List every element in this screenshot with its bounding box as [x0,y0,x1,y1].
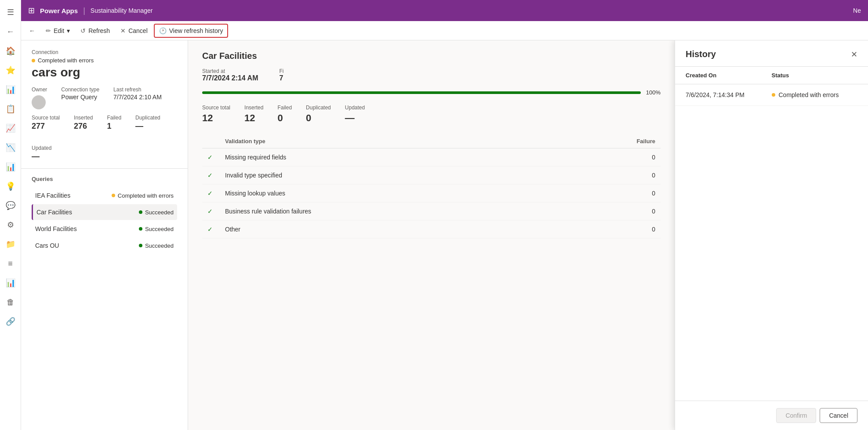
failed-item: Failed 1 [107,115,121,131]
meta-row: Owner Connection type Power Query Last r… [32,87,177,109]
sidebar-menu-icon[interactable]: ☰ [2,4,19,21]
view-refresh-history-button[interactable]: 🕐 View refresh history [154,24,229,38]
left-panel: Connection Completed with errors cars or… [21,40,188,430]
validation-type-cell: Other [220,220,558,238]
edit-chevron-icon: ▾ [67,27,70,34]
stats-row: Source total 277 Inserted 276 Failed 1 D… [32,115,177,161]
history-row: 7/6/2024, 7:14:34 PM Completed with erro… [675,84,868,106]
last-refresh-label: Last refresh [113,87,162,93]
history-status-dot [772,93,775,97]
connection-header: Connection Completed with errors cars or… [21,40,188,169]
finished-item: Fi 7 [279,68,283,82]
module-name: Sustainability Manager [91,7,153,14]
sidebar-msg-icon[interactable]: 💬 [2,197,19,214]
sidebar-chart-icon[interactable]: 📊 [2,81,19,98]
history-header: History ✕ [675,40,868,67]
inserted-value: 276 [74,122,93,131]
connection-label: Connection [32,49,177,55]
history-table-header: Created On Status [675,67,868,84]
duplicated-label: Duplicated [135,115,160,121]
check-icon: ✓ [207,208,213,215]
cancel-button[interactable]: ✕ Cancel [116,25,152,37]
connection-status: Completed with errors [32,57,177,64]
queries-section: Queries IEA Facilities Completed with er… [21,169,188,261]
sidebar-data-icon[interactable]: 📉 [2,139,19,156]
connection-type-label: Connection type [61,87,99,93]
history-close-button[interactable]: ✕ [851,50,857,59]
query-status-dot-world [139,227,142,231]
confirm-button[interactable]: Confirm [776,408,816,423]
owner-item: Owner [32,87,47,109]
back-button[interactable]: ← [25,25,40,37]
refresh-button[interactable]: ↺ Refresh [76,25,114,37]
failed-value: 1 [107,122,121,131]
source-total-item: Source total 277 [32,115,60,131]
validation-type-cell: Invalid type specified [220,166,558,184]
history-footer: Confirm Cancel [675,401,868,430]
check-icon: ✓ [207,172,213,179]
sidebar-menu2-icon[interactable]: ≡ [2,255,19,272]
history-rows-container: 7/6/2024, 7:14:34 PM Completed with erro… [675,84,868,106]
query-status-text-iea: Completed with errors [118,192,174,199]
edit-button[interactable]: ✏ Edit ▾ [41,25,74,37]
query-item-cars-ou[interactable]: Cars OU Succeeded [32,238,177,253]
progress-bar-track [202,91,641,94]
last-refresh-value: 7/7/2024 2:10 AM [113,94,162,101]
queries-title: Queries [32,176,177,182]
query-item-iea[interactable]: IEA Facilities Completed with errors [32,188,177,203]
topbar-separator: | [83,6,85,15]
history-col-created-header: Created On [686,72,772,79]
sidebar-star-icon[interactable]: ⭐ [2,61,19,79]
progress-percentage: 100% [646,89,661,96]
started-at-label: Started at [202,68,258,74]
detail-stats-row: Source total 12 Inserted 12 Failed 0 Dup… [202,105,661,124]
validation-row: ✓ Other 0 [202,220,661,238]
history-title: History [686,49,716,59]
edit-icon: ✏ [46,27,51,34]
time-row: Started at 7/7/2024 2:14 AM Fi 7 [202,68,661,82]
main-wrapper: ⊞ Power Apps | Sustainability Manager Ne… [21,0,868,430]
validation-failures-cell: 0 [558,166,661,184]
sidebar-bulb-icon[interactable]: 💡 [2,177,19,195]
cancel-button-history[interactable]: Cancel [820,408,857,423]
source-total-label: Source total [32,115,60,121]
query-item-world[interactable]: World Facilities Succeeded [32,221,177,237]
detail-panel: Car Facilities Started at 7/7/2024 2:14 … [188,40,675,430]
back-icon: ← [29,27,35,34]
sidebar-link-icon[interactable]: 🔗 [2,313,19,330]
query-status-car: Succeeded [139,209,174,216]
source-total-value: 277 [32,122,60,131]
updated-value: — [32,152,51,161]
progress-bar-container: 100% [202,89,661,96]
sidebar-report-icon[interactable]: 📊 [2,158,19,176]
progress-bar-fill [202,91,641,94]
query-name-cars-ou: Cars OU [35,242,59,249]
query-status-text-car: Succeeded [145,209,174,216]
clock-icon: 🕐 [159,27,167,34]
apps-grid-icon[interactable]: ⊞ [28,6,35,15]
detail-updated-value: — [345,112,365,124]
query-status-text-world: Succeeded [145,226,174,232]
sidebar-bar-icon[interactable]: 📊 [2,274,19,292]
edit-label: Edit [54,27,64,34]
duplicated-item: Duplicated — [135,115,160,131]
sidebar-trash-icon[interactable]: 🗑 [2,293,19,311]
sidebar-home-icon[interactable]: 🏠 [2,42,19,60]
query-name-world: World Facilities [35,225,77,232]
validation-check-header [202,134,220,148]
app-name: Power Apps [40,7,78,14]
duplicated-value: — [135,122,160,131]
sidebar-list-icon[interactable]: 📋 [2,100,19,118]
validation-table: Validation type Failure ✓ Missing requir… [202,134,661,238]
detail-inserted: Inserted 12 [244,105,263,124]
content-area: Connection Completed with errors cars or… [21,40,868,430]
history-col-status-header: Status [772,72,858,79]
query-item-car[interactable]: Car Facilities Succeeded [32,204,177,220]
sidebar-settings-icon[interactable]: ⚙ [2,216,19,234]
connection-type-item: Connection type Power Query [61,87,99,109]
detail-inserted-value: 12 [244,112,263,124]
sidebar-analytics-icon[interactable]: 📈 [2,119,19,137]
sidebar-folder-icon[interactable]: 📁 [2,235,19,253]
validation-type-cell: Missing required fields [220,148,558,166]
sidebar-back-icon[interactable]: ← [2,23,19,40]
